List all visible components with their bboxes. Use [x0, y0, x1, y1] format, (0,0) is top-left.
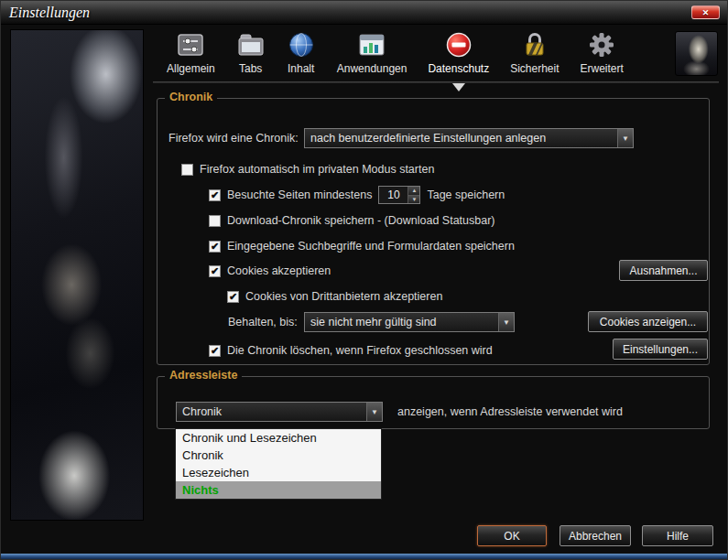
applications-icon [357, 30, 386, 59]
combo-arrow-icon[interactable]: ▼ [617, 129, 633, 147]
visited-pages-label-after: Tage speichern [427, 188, 505, 201]
form-history-label: Eingegebene Suchbegriffe und Formulardat… [227, 240, 515, 253]
third-party-cookies-checkbox[interactable]: ✔ [227, 291, 239, 303]
stepper-down-icon[interactable]: ▼ [408, 196, 419, 204]
toolbar-item-sicherheit[interactable]: Sicherheit [502, 28, 567, 77]
checkmark-icon: ✔ [211, 266, 219, 276]
general-icon [176, 30, 205, 59]
toolbar-label-datenschutz: Datenschutz [428, 62, 489, 75]
window-title: Einstellungen [9, 3, 90, 23]
cancel-button[interactable]: Abbrechen [560, 525, 631, 546]
location-bar-suffix-row: anzeigen, wenn Adressleiste verwendet wi… [397, 402, 623, 422]
form-history-row: ✔ Eingegebene Suchbegriffe und Formulard… [209, 236, 515, 256]
private-mode-checkbox[interactable] [181, 164, 193, 176]
profile-avatar-image [675, 31, 718, 76]
privacy-icon [444, 30, 473, 59]
toolbar-item-allgemein[interactable]: Allgemein [158, 28, 223, 77]
checkmark-icon: ✔ [211, 190, 219, 200]
private-mode-label: Firefox automatisch im privaten Modus st… [200, 163, 434, 176]
toolbar-item-anwendungen[interactable]: Anwendungen [329, 28, 416, 77]
show-cookies-button[interactable]: Cookies anzeigen... [588, 311, 708, 332]
download-history-label: Download-Chronik speichern - (Download S… [227, 214, 495, 227]
visited-pages-row: ✔ Besuchte Seiten mindestens 10 ▲ ▼ Tage… [209, 185, 505, 205]
toolbar-label-sicherheit: Sicherheit [510, 62, 559, 75]
category-toolbar: Allgemein Tabs [158, 28, 632, 81]
clear-on-close-checkbox[interactable]: ✔ [209, 345, 221, 357]
history-legend: Chronik [165, 91, 217, 103]
toolbar-label-inhalt: Inhalt [288, 62, 314, 75]
location-bar-select[interactable]: Chronik ▼ [176, 402, 383, 422]
toolbar-label-tabs: Tabs [239, 62, 262, 75]
location-bar-groupbox: Adressleiste Chronik ▼ anzeigen, wenn Ad… [157, 376, 710, 429]
combo-arrow-icon[interactable]: ▼ [366, 403, 382, 421]
location-bar-legend: Adressleiste [165, 369, 242, 382]
location-bar-value: Chronik [177, 403, 366, 421]
keep-until-row: Behalten, bis: [228, 312, 298, 332]
dropdown-option-lesezeichen[interactable]: Lesezeichen [176, 464, 381, 481]
toolbar-item-tabs[interactable]: Tabs [228, 28, 274, 77]
clear-settings-button[interactable]: Einstellungen... [613, 339, 708, 360]
toolbar-label-anwendungen: Anwendungen [337, 62, 407, 75]
accept-cookies-checkbox[interactable]: ✔ [209, 265, 221, 277]
ok-button[interactable]: OK [477, 525, 547, 546]
toolbar-divider [153, 81, 719, 83]
dropdown-option-chronik-und-lesezeichen[interactable]: Chronik und Lesezeichen [176, 429, 381, 447]
toolbar-label-allgemein: Allgemein [167, 62, 215, 75]
location-bar-suffix-label: anzeigen, wenn Adressleiste verwendet wi… [397, 405, 623, 418]
history-mode-value: nach benutzerdefinierte Einstellungen an… [305, 129, 617, 147]
accept-cookies-row: ✔ Cookies akzeptieren [209, 261, 331, 281]
content-globe-icon [287, 30, 316, 59]
third-party-cookies-label: Cookies von Drittanbietern akzeptieren [245, 290, 442, 303]
dropdown-option-nichts[interactable]: Nichts [176, 481, 381, 499]
private-mode-row: Firefox automatisch im privaten Modus st… [181, 159, 434, 179]
visited-days-value: 10 [379, 187, 407, 203]
accept-cookies-label: Cookies akzeptieren [227, 264, 331, 277]
security-lock-icon [520, 30, 549, 59]
close-button[interactable]: ✕ [691, 5, 720, 19]
visited-pages-checkbox[interactable]: ✔ [209, 189, 221, 201]
clear-on-close-label: Die Chronik löschen, wenn Firefox geschl… [227, 344, 493, 357]
checkmark-icon: ✔ [211, 242, 219, 252]
selected-category-pointer [452, 83, 465, 92]
visited-pages-label-before: Besuchte Seiten mindestens [227, 188, 372, 201]
history-mode-select[interactable]: nach benutzerdefinierte Einstellungen an… [304, 128, 634, 148]
location-bar-dropdown-popup: Chronik und Lesezeichen Chronik Lesezeic… [175, 428, 382, 500]
stepper-buttons: ▲ ▼ [407, 187, 419, 203]
checkmark-icon: ✔ [211, 346, 219, 356]
toolbar-label-erweitert: Erweitert [581, 62, 624, 75]
stepper-up-icon[interactable]: ▲ [408, 187, 419, 196]
keep-until-value: sie nicht mehr gültig sind [305, 313, 498, 331]
history-mode-label: Firefox wird eine Chronik: [168, 132, 299, 145]
visited-days-stepper[interactable]: 10 ▲ ▼ [378, 186, 420, 204]
toolbar-item-datenschutz[interactable]: Datenschutz [419, 28, 497, 77]
toolbar-item-erweitert[interactable]: Erweitert [572, 28, 632, 77]
download-history-checkbox[interactable] [209, 215, 221, 227]
exceptions-button[interactable]: Ausnahmen... [619, 260, 708, 281]
history-groupbox: Chronik Firefox wird eine Chronik: nach … [157, 98, 710, 365]
window-bottom-frame [1, 554, 727, 559]
decorative-artwork-image [10, 29, 144, 521]
advanced-gear-icon [587, 30, 616, 59]
checkmark-icon: ✔ [229, 292, 237, 302]
third-party-cookies-row: ✔ Cookies von Drittanbietern akzeptieren [227, 286, 442, 307]
titlebar: Einstellungen ✕ [1, 1, 727, 25]
keep-until-label: Behalten, bis: [228, 316, 298, 328]
dropdown-option-chronik[interactable]: Chronik [176, 447, 381, 464]
settings-window: Einstellungen ✕ Allgemein [0, 0, 728, 560]
download-history-row: Download-Chronik speichern - (Download S… [209, 210, 495, 231]
help-button[interactable]: Hilfe [642, 525, 713, 546]
tabs-icon [236, 30, 266, 59]
clear-on-close-row: ✔ Die Chronik löschen, wenn Firefox gesc… [209, 340, 493, 361]
history-mode-row: Firefox wird eine Chronik: [168, 128, 299, 148]
toolbar-item-inhalt[interactable]: Inhalt [278, 28, 324, 77]
combo-arrow-icon[interactable]: ▼ [498, 313, 514, 331]
keep-until-select[interactable]: sie nicht mehr gültig sind ▼ [304, 312, 515, 332]
form-history-checkbox[interactable]: ✔ [209, 241, 221, 253]
